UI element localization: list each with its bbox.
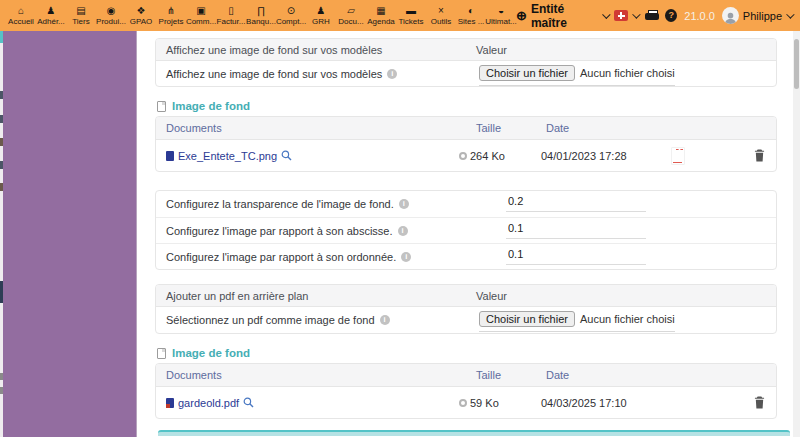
chevron-down-icon [632, 10, 640, 18]
file-status-text: Aucun fichier choisi [580, 313, 675, 325]
abscissa-row: Configurez l'image par rapport à son abs… [156, 217, 776, 243]
nav-item-outils[interactable]: × Outils [426, 5, 456, 26]
entity-selector[interactable]: ⊕ Entité maître [516, 2, 607, 30]
calendar-icon: ▦ [376, 5, 385, 16]
documents-table-2: Documents Taille Date gardeold.pdf 59 Ko… [155, 363, 777, 419]
tools-icon: × [438, 5, 444, 16]
nav-item-grh[interactable]: ♟ GRH [306, 5, 336, 26]
delete-icon[interactable] [754, 149, 765, 162]
col-taille: Taille [476, 122, 501, 134]
info-icon[interactable] [387, 69, 397, 79]
nav-item-adherents[interactable]: ♟ Adhér... [36, 5, 66, 26]
document-row: Exe_Entete_TC.png 264 Ko 04/01/2023 17:2… [156, 140, 776, 171]
accounting-search-icon: ⊙ [287, 5, 295, 16]
nav-item-accueil[interactable]: ⌂ Accueil [6, 5, 36, 26]
globe-icon: ⊕ [516, 8, 527, 23]
vertical-scrollbar[interactable] [793, 31, 800, 437]
broken-thumbnail [671, 147, 685, 165]
nav-item-sites[interactable]: ◐ Sites ... [456, 5, 486, 26]
documents-table-1: Documents Taille Date Exe_Entete_TC.png … [155, 116, 777, 172]
chevron-down-icon [786, 10, 794, 18]
nav-item-projets[interactable]: ⋔ Projets [156, 5, 186, 26]
nav-item-documents[interactable]: ▱ Docu... [336, 5, 366, 26]
help-icon[interactable]: ? [665, 9, 677, 22]
info-icon[interactable] [399, 199, 409, 209]
nav-item-commerce[interactable]: ▣ Comm... [186, 5, 216, 26]
nav-item-comptabilite[interactable]: ⊙ Compt... [276, 5, 306, 26]
nav-item-gpao[interactable]: ❖ GPAO [126, 5, 156, 26]
hr-person-icon: ♟ [317, 5, 326, 16]
ultimate-icon: ◒ [498, 5, 504, 16]
transparency-row: Configurez la transparence de l'image de… [156, 191, 776, 217]
model-image-file-input: Choisir un fichier Aucun fichier choisi [479, 65, 675, 86]
choose-file-button[interactable]: Choisir un fichier [479, 65, 575, 81]
settings-content: Affichez une image de fond sur vos modèl… [155, 31, 777, 437]
col-documents: Documents [166, 369, 222, 381]
scrollbar-thumb[interactable] [794, 39, 799, 89]
avatar [722, 7, 739, 24]
ticket-icon: ▬ [406, 5, 416, 16]
file-date-cell: 04/03/2025 17:10 [541, 397, 627, 409]
info-icon[interactable] [398, 226, 408, 236]
nav-item-produits[interactable]: ◉ Produi... [96, 5, 126, 26]
documents-table-2-header: Documents Taille Date [156, 364, 776, 387]
next-section-bar[interactable] [158, 430, 790, 436]
bank-icon: ∏ [257, 5, 265, 16]
documents-table-1-header: Documents Taille Date [156, 117, 776, 140]
print-icon[interactable] [645, 10, 658, 22]
file-size-cell: 59 Ko [459, 397, 499, 409]
language-selector[interactable] [614, 10, 638, 21]
projects-icon: ⋔ [167, 5, 175, 16]
nav-item-factures[interactable]: ▯ Factur... [216, 5, 246, 26]
col-date: Date [546, 369, 569, 381]
document-row: gardeold.pdf 59 Ko 04/03/2025 17:10 [156, 387, 776, 418]
info-icon[interactable] [380, 315, 390, 325]
topbar-right-controls: ⊕ Entité maître ? 21.0.0 Philippe [516, 2, 792, 30]
image-file-icon [166, 151, 174, 161]
gpao-icon: ❖ [137, 5, 146, 16]
size-icon [459, 399, 467, 407]
transparency-input[interactable] [506, 195, 646, 212]
swiss-flag-icon [614, 10, 628, 21]
ordinate-input[interactable] [506, 248, 646, 265]
model-image-card: Affichez une image de fond sur vos modèl… [155, 38, 777, 87]
top-navigation-bar: ⌂ Accueil ♟ Adhér... ▤ Tiers ◉ Produi...… [0, 0, 800, 31]
info-icon[interactable] [401, 252, 411, 262]
zoom-preview-icon[interactable] [281, 150, 292, 161]
delete-icon[interactable] [754, 396, 765, 409]
documents-section-heading-2: Image de fond [157, 347, 777, 359]
value-column-header: Valeur [476, 290, 507, 302]
model-image-row: Affichez une image de fond sur vos modèl… [156, 61, 776, 86]
document-link[interactable]: gardeold.pdf [166, 397, 239, 409]
version-label: 21.0.0 [684, 10, 715, 22]
document-link[interactable]: Exe_Entete_TC.png [166, 150, 277, 162]
purple-side-panel[interactable] [3, 31, 137, 437]
pdf-background-card: Ajouter un pdf en arrière plan Valeur Sé… [155, 284, 777, 334]
products-icon: ◉ [107, 5, 116, 16]
value-column-header: Valeur [476, 44, 507, 56]
col-documents: Documents [166, 122, 222, 134]
nav-item-tickets[interactable]: ▬ Tickets [396, 5, 426, 26]
third-parties-icon: ▤ [76, 5, 85, 16]
col-date: Date [546, 122, 569, 134]
file-size-cell: 264 Ko [459, 150, 505, 162]
abscissa-input[interactable] [506, 222, 646, 239]
nav-item-banques[interactable]: ∏ Banqu... [246, 5, 276, 26]
pdf-file-input: Choisir un fichier Aucun fichier choisi [479, 311, 675, 332]
nav-item-ultimate[interactable]: ◒ Ultimat... [486, 5, 516, 26]
file-date-cell: 04/01/2023 17:28 [541, 150, 627, 162]
home-icon: ⌂ [18, 5, 24, 16]
nav-item-tiers[interactable]: ▤ Tiers [66, 5, 96, 26]
nav-item-agenda[interactable]: ▦ Agenda [366, 5, 396, 26]
zoom-preview-icon[interactable] [243, 397, 254, 408]
choose-file-button[interactable]: Choisir un fichier [479, 311, 575, 327]
size-icon [459, 152, 467, 160]
ordinate-row: Configurez l'image par rapport à son ord… [156, 243, 776, 269]
main-nav: ⌂ Accueil ♟ Adhér... ▤ Tiers ◉ Produi...… [6, 5, 516, 26]
pdf-file-icon [166, 398, 174, 408]
file-status-text: Aucun fichier choisi [580, 67, 675, 79]
user-menu[interactable]: Philippe [722, 7, 792, 24]
page-icon [157, 101, 166, 112]
pdf-file-row: Sélectionnez un pdf comme image de fond … [156, 307, 776, 333]
globe-site-icon: ◐ [468, 5, 474, 16]
